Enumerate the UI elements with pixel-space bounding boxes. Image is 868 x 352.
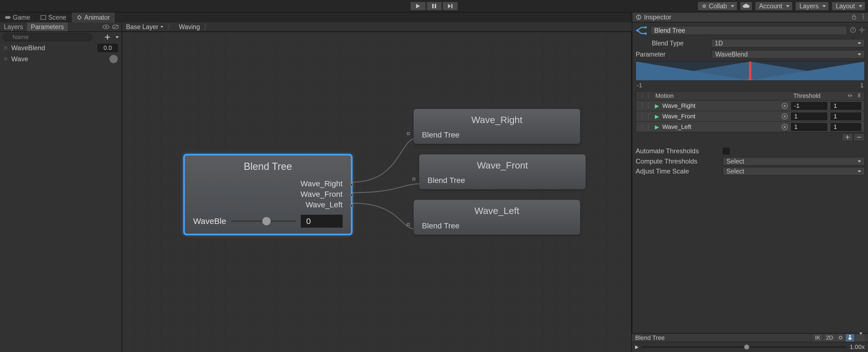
preview-2d-toggle[interactable]: 2D (824, 334, 835, 342)
motion-row[interactable]: ⋮⋮▶Wave_Left (636, 122, 865, 132)
visibility-off-icon[interactable] (112, 23, 119, 31)
object-picker-button[interactable] (782, 124, 788, 130)
object-picker-button[interactable] (782, 113, 788, 119)
blend-tree-node[interactable]: Blend Tree Wave_Right Wave_Front Wave_Le… (183, 154, 352, 235)
lock-icon[interactable] (852, 13, 856, 21)
help-icon[interactable]: ? (850, 27, 856, 34)
preview-model-toggle[interactable] (846, 334, 854, 342)
drag-handle-icon[interactable]: ⋮⋮ (639, 124, 651, 131)
pause-button[interactable] (426, 2, 442, 10)
animator-graph[interactable]: Blend Tree Wave_Right Wave_Front Wave_Le… (122, 32, 632, 352)
add-motion-button[interactable] (842, 133, 853, 141)
param-bool-toggle[interactable] (110, 55, 118, 63)
param-row-waveblend[interactable]: ≡ WaveBlend (0, 42, 122, 54)
threshold-input[interactable] (791, 123, 827, 131)
output-port[interactable] (350, 183, 353, 186)
breadcrumb-state[interactable]: Waving (179, 23, 200, 31)
mirror-icon (857, 92, 861, 100)
layout-label: Layout (836, 2, 855, 10)
input-port[interactable] (412, 178, 415, 180)
step-button[interactable] (442, 2, 458, 10)
drag-handle-icon[interactable]: ≡ (4, 44, 7, 51)
context-menu-icon[interactable] (863, 13, 864, 21)
drag-handle-icon[interactable]: ⋮⋮ (639, 102, 651, 109)
timescale-input[interactable] (831, 112, 861, 120)
svg-rect-4 (451, 4, 453, 8)
preview-title-label: Blend Tree (635, 334, 664, 342)
adjust-timescale-label: Adjust Time Scale (636, 167, 719, 175)
blend-slider[interactable] (231, 220, 296, 222)
compute-thresholds-dropdown[interactable]: Select (723, 157, 865, 166)
blend-type-dropdown[interactable]: 1D (711, 39, 865, 47)
parameter-search-row (0, 32, 122, 42)
visibility-icon[interactable] (103, 23, 110, 31)
preview-caret[interactable] (855, 334, 865, 342)
breadcrumb-base-layer[interactable]: Base Layer (126, 23, 163, 31)
remove-motion-button[interactable] (854, 133, 865, 141)
preview-pane: Blend Tree IK 2D 1.00x (632, 333, 868, 352)
output-wave-left: Wave_Left (193, 200, 343, 211)
motion-name: Wave_Left (662, 124, 778, 131)
svg-line-12 (113, 25, 118, 29)
parameter-dropdown[interactable]: WaveBlend (712, 50, 865, 59)
motion-node-sub: Blend Tree (428, 176, 465, 185)
collab-dropdown[interactable]: Collab (698, 2, 737, 10)
output-port[interactable] (350, 194, 353, 197)
inspector-tab-label: Inspector (644, 13, 672, 21)
drag-handle-icon[interactable]: ⋮⋮ (639, 113, 651, 120)
object-picker-button[interactable] (782, 103, 788, 109)
tab-animator[interactable]: Animator (72, 12, 115, 23)
layers-dropdown[interactable]: Layers (795, 2, 829, 10)
input-port[interactable] (407, 132, 410, 135)
play-button[interactable] (410, 2, 426, 10)
add-parameter-button[interactable] (103, 33, 112, 41)
param-value-input[interactable] (98, 44, 118, 52)
threshold-input[interactable] (791, 112, 827, 120)
svg-rect-1 (432, 4, 434, 8)
top-toolbar: Collab Account Layers Layout (0, 0, 868, 12)
breadcrumb-separator: 〉 (166, 22, 174, 32)
range-min: -1 (637, 82, 642, 89)
automate-thresholds-checkbox[interactable] (723, 148, 730, 154)
blend-graph-visual[interactable] (636, 61, 865, 81)
parameters-subtab[interactable]: Parameters (27, 23, 68, 31)
svg-point-46 (839, 336, 842, 339)
motion-node-wave-front[interactable]: Wave_Front Blend Tree (419, 154, 586, 189)
preview-speed-slider[interactable] (642, 347, 846, 348)
preview-pivot-toggle[interactable] (836, 334, 845, 342)
drag-handle-icon[interactable]: ≡ (4, 56, 7, 63)
animator-icon (76, 15, 82, 20)
tab-game[interactable]: Game (0, 12, 35, 23)
inspector-tab[interactable]: Inspector (632, 12, 868, 23)
tab-game-label: Game (13, 14, 30, 21)
add-parameter-caret[interactable] (116, 36, 119, 38)
svg-point-27 (863, 18, 864, 19)
blend-value-input[interactable] (301, 215, 343, 227)
motion-row[interactable]: ⋮⋮▶Wave_Front (636, 111, 865, 122)
timescale-input[interactable] (831, 102, 861, 110)
input-port[interactable] (407, 223, 410, 226)
cloud-button[interactable] (740, 2, 752, 10)
motion-clip-icon: ▶ (655, 103, 659, 109)
parameter-search-input[interactable] (3, 33, 92, 41)
output-port[interactable] (350, 204, 353, 207)
parameters-panel: Layers Parameters ≡ WaveBlend ≡ Wave (0, 23, 122, 352)
motion-node-wave-right[interactable]: Wave_Right Blend Tree (413, 109, 580, 144)
layout-dropdown[interactable]: Layout (832, 2, 865, 10)
timescale-input[interactable] (831, 123, 861, 131)
motion-node-wave-left[interactable]: Wave_Left Blend Tree (413, 200, 580, 235)
motion-row[interactable]: ⋮⋮▶Wave_Right (636, 101, 865, 111)
account-dropdown[interactable]: Account (755, 2, 793, 10)
settings-icon[interactable] (859, 27, 865, 34)
motion-node-title: Wave_Front (419, 154, 586, 176)
param-row-wave[interactable]: ≡ Wave (0, 54, 122, 65)
threshold-input[interactable] (791, 102, 827, 110)
adjust-timescale-dropdown[interactable]: Select (723, 167, 865, 175)
tab-scene[interactable]: Scene (35, 12, 72, 23)
motion-node-title: Wave_Right (413, 109, 580, 131)
layers-subtab[interactable]: Layers (0, 23, 27, 31)
preview-play-button[interactable] (635, 343, 639, 351)
inspector-title-field[interactable] (651, 26, 847, 35)
left-subtabs: Layers Parameters (0, 23, 122, 32)
preview-ik-toggle[interactable]: IK (813, 334, 823, 342)
